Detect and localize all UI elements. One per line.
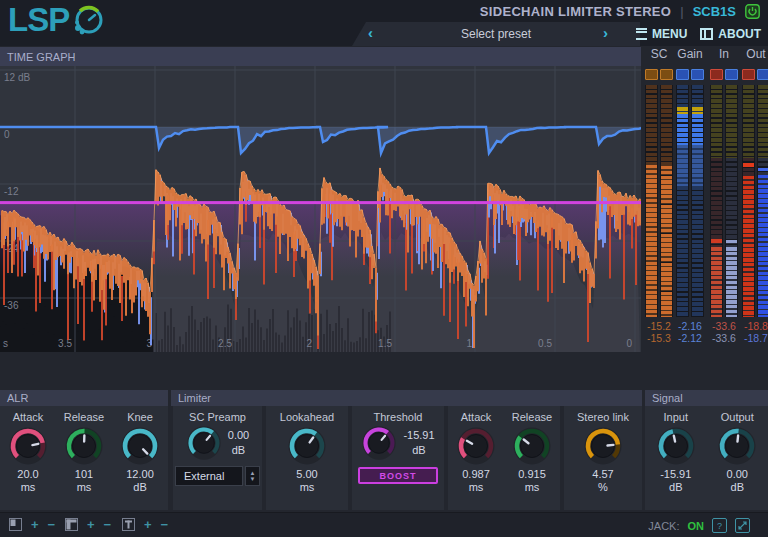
alr-attack-value[interactable]: 20.0 — [17, 468, 38, 480]
limiter-attack-value[interactable]: 0.987 — [462, 468, 490, 480]
meter-channel-button[interactable] — [645, 69, 658, 80]
time-graph-header: TIME GRAPH — [0, 47, 641, 66]
preset-prev-button[interactable]: ‹ — [368, 23, 373, 43]
alr-panel-header: ALR — [0, 390, 168, 406]
sc-preamp-unit: dB — [232, 444, 245, 456]
preset-label[interactable]: Select preset — [461, 27, 531, 41]
stereo-link-value[interactable]: 4.57 — [592, 468, 613, 480]
meter-group-label: Gain — [672, 47, 708, 61]
output-label: Output — [721, 411, 754, 423]
toolbar: Mode: Herm Thin ▲▼ O/S: Half x8/24 bit ▲… — [0, 352, 768, 390]
jack-label: JACK: — [648, 520, 679, 532]
limiter-release-unit: ms — [525, 481, 540, 493]
meter-column — [691, 85, 704, 317]
input-knob[interactable] — [656, 426, 696, 466]
lookahead-value[interactable]: 5.00 — [296, 468, 317, 480]
meter-column — [660, 85, 673, 317]
alr-knee-cell: Knee 12.00 dB — [112, 406, 168, 510]
alr-release-knob[interactable] — [64, 426, 104, 466]
meter-channel-button[interactable] — [742, 69, 755, 80]
limiter-attack-cell: Attack 0.987 ms — [448, 406, 504, 510]
graph-scale-icon[interactable] — [65, 518, 78, 531]
meter-value: -18.8 — [736, 320, 768, 332]
meter-channel-button[interactable] — [725, 69, 738, 80]
window-scale-minus-button[interactable]: − — [48, 518, 56, 531]
sc-source-stepper[interactable]: ▲▼ — [245, 466, 260, 486]
alr-release-cell: Release 101 ms — [56, 406, 112, 510]
threshold-cell: Threshold -15.91 dB BOOST — [352, 406, 444, 510]
output-value[interactable]: 0.00 — [727, 468, 748, 480]
meter-channel-button[interactable] — [676, 69, 689, 80]
sc-preamp-cell: SC Preamp 0.00 dB External ▲▼ — [173, 406, 262, 510]
svg-text:0: 0 — [4, 129, 10, 140]
resize-icon — [738, 521, 747, 530]
alr-knee-knob[interactable] — [120, 426, 160, 466]
output-unit: dB — [731, 481, 744, 493]
output-knob[interactable] — [717, 426, 757, 466]
status-bar: + − + − + − JACK: ON ? — [0, 512, 768, 537]
resize-button[interactable] — [735, 518, 750, 533]
window-scale-plus-button[interactable]: + — [31, 518, 39, 531]
lookahead-unit: ms — [300, 481, 315, 493]
font-size-minus-button[interactable]: − — [161, 518, 169, 531]
limiter-release-value[interactable]: 0.915 — [518, 468, 546, 480]
graph-scale-plus-button[interactable]: + — [87, 518, 95, 531]
about-button[interactable]: ABOUT — [700, 27, 761, 41]
stereo-link-knob[interactable] — [583, 426, 623, 466]
alr-knee-value[interactable]: 12.00 — [126, 468, 154, 480]
sc-preamp-label: SC Preamp — [189, 411, 246, 423]
graph-scale-group: + − — [65, 518, 111, 531]
boost-button[interactable]: BOOST — [358, 467, 438, 484]
plugin-title: SIDECHAIN LIMITER STEREO — [480, 4, 671, 19]
meter-channel-button[interactable] — [710, 69, 723, 80]
menu-row: MENU ABOUT — [636, 22, 761, 46]
alr-panel: Attack 20.0 ms Release 101 ms Knee 12.00… — [0, 406, 168, 510]
threshold-knob[interactable] — [361, 425, 397, 461]
alr-release-label: Release — [64, 411, 104, 423]
graph-scale-minus-button[interactable]: − — [104, 518, 112, 531]
input-value[interactable]: -15.91 — [660, 468, 691, 480]
meter-column — [710, 85, 723, 317]
svg-text:-36: -36 — [4, 300, 19, 311]
lookahead-cell: Lookahead 5.00 ms — [266, 406, 348, 510]
preset-bar: ‹ Select preset › — [352, 22, 640, 46]
stereo-link-label: Stereo link — [577, 411, 629, 423]
output-cell: Output 0.00 dB — [707, 406, 768, 510]
sc-source-select[interactable]: External ▲▼ — [175, 466, 260, 486]
lookahead-label: Lookahead — [280, 411, 334, 423]
font-size-group: + − — [122, 518, 168, 531]
help-button[interactable]: ? — [712, 518, 727, 533]
stereo-link-unit: % — [598, 481, 608, 493]
menu-icon — [636, 28, 647, 40]
threshold-value[interactable]: -15.91 — [403, 429, 434, 441]
font-size-plus-button[interactable]: + — [144, 518, 152, 531]
sc-preamp-value[interactable]: 0.00 — [228, 429, 249, 441]
svg-text:12 dB: 12 dB — [4, 72, 30, 83]
alr-release-value[interactable]: 101 — [75, 468, 93, 480]
svg-text:1.5: 1.5 — [378, 338, 392, 349]
meter-channel-button[interactable] — [691, 69, 704, 80]
alr-knee-unit: dB — [133, 481, 146, 493]
jack-status: ON — [688, 520, 705, 532]
meter-column — [757, 85, 768, 317]
limiter-release-knob[interactable] — [512, 426, 552, 466]
meter-value: -18.7 — [736, 332, 768, 344]
meter-channel-button[interactable] — [660, 69, 673, 80]
window-scale-icon[interactable] — [9, 518, 22, 531]
lookahead-knob[interactable] — [287, 426, 327, 466]
menu-button[interactable]: MENU — [636, 27, 687, 41]
title-separator: | — [680, 4, 683, 19]
about-icon — [700, 28, 713, 40]
font-size-icon[interactable] — [122, 518, 135, 531]
header-bar: LSP SIDECHAIN LIMITER STEREO | SCB1S ‹ S… — [0, 0, 768, 46]
svg-text:0: 0 — [626, 338, 632, 349]
svg-text:-12: -12 — [4, 186, 19, 197]
power-icon[interactable] — [745, 4, 760, 19]
limiter-release-cell: Release 0.915 ms — [504, 406, 560, 510]
limiter-attack-knob[interactable] — [456, 426, 496, 466]
alr-attack-knob[interactable] — [8, 426, 48, 466]
sc-preamp-knob[interactable] — [186, 425, 222, 461]
meter-channel-button[interactable] — [757, 69, 768, 80]
svg-text:3.5: 3.5 — [58, 338, 72, 349]
preset-next-button[interactable]: › — [603, 23, 608, 43]
